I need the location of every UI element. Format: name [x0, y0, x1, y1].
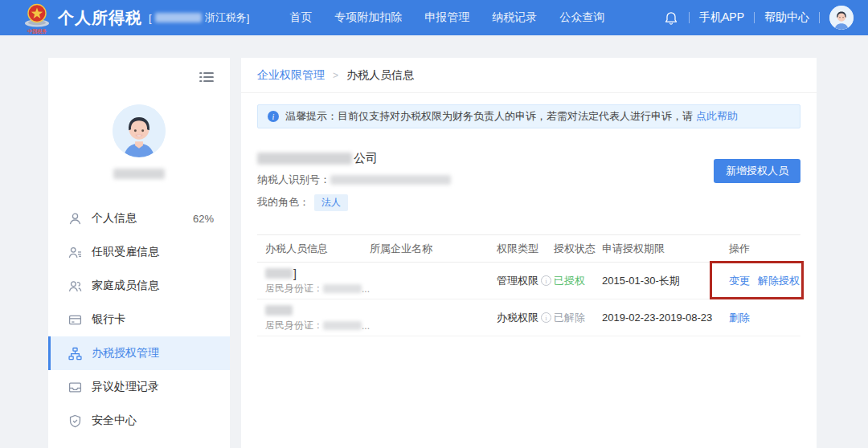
divider — [689, 12, 690, 23]
sidebar-item-personal-info[interactable]: 个人信息 62% — [48, 202, 230, 235]
permission-type-cell: 办税权限 i — [497, 311, 554, 325]
help-center-link[interactable]: 帮助中心 — [764, 10, 809, 25]
table-header-row: 办税人员信息 所属企业名称 权限类型 授权状态 申请授权期限 操作 — [257, 235, 800, 263]
person-name: ] — [265, 267, 370, 280]
col-auth-period: 申请授权期限 — [602, 242, 729, 256]
region-bracket-open: [ — [149, 12, 152, 24]
nav-tax-records[interactable]: 纳税记录 — [492, 10, 537, 25]
breadcrumb-enterprise-permission[interactable]: 企业权限管理 — [257, 68, 325, 83]
divider — [754, 12, 755, 23]
actions-cell: 删除 — [729, 311, 800, 325]
person-id-line: 居民身份证： ... — [265, 320, 370, 332]
permission-type: 办税权限 — [497, 311, 538, 325]
auth-period: 2019-02-23-2019-08-23 — [602, 312, 712, 324]
svg-text:中国税务: 中国税务 — [27, 28, 47, 35]
sidebar-item-label: 个人信息 — [92, 211, 137, 226]
app-title: 个人所得税 — [58, 7, 142, 29]
authorized-persons-table: 办税人员信息 所属企业名称 权限类型 授权状态 申请授权期限 操作 ] 居民身份… — [257, 234, 800, 336]
breadcrumb-current: 办税人员信息 — [346, 68, 414, 83]
nav-public-inquiry[interactable]: 公众查询 — [559, 10, 604, 25]
mobile-app-link[interactable]: 手机APP — [699, 10, 744, 25]
auth-period-cell: 2019-02-23-2019-08-23 — [602, 312, 729, 324]
top-navigation: 首页 专项附加扣除 申报管理 纳税记录 公众查询 — [289, 10, 604, 25]
sidebar-item-bank-card[interactable]: 银行卡 — [48, 303, 230, 336]
company-name-suffix: 公司 — [354, 151, 378, 166]
sidebar-item-label: 安全中心 — [92, 413, 137, 428]
person-name-suffix: ] — [293, 267, 297, 280]
region-name: 浙江税务 — [205, 10, 247, 25]
org-chart-icon — [68, 347, 82, 360]
top-header: 中国税务 个人所得税 [ 浙江税务 ] 首页 专项附加扣除 申报管理 纳税记录 … — [0, 0, 868, 35]
change-link[interactable]: 变更 — [729, 274, 750, 288]
nav-special-deductions[interactable]: 专项附加扣除 — [334, 10, 402, 25]
main-panel: 企业权限管理 > 办税人员信息 i 温馨提示：目前仅支持对办税权限为财务负责人的… — [241, 58, 817, 448]
permission-type: 管理权限 — [497, 274, 538, 288]
tax-emblem-icon: 中国税务 — [23, 2, 51, 35]
collapse-menu-icon[interactable] — [199, 71, 214, 83]
auth-period-cell: 2015-01-30-长期 — [602, 274, 729, 288]
col-permission-type: 权限类型 — [497, 242, 554, 256]
sidebar-item-label: 任职受雇信息 — [92, 245, 159, 259]
table-row: 居民身份证： ... 办税权限 i 已解除 2019-02-23-2019-08… — [257, 299, 800, 336]
info-circle-icon[interactable]: i — [541, 312, 551, 323]
id-label: 居民身份证： — [265, 282, 323, 295]
redacted-person-name — [265, 305, 293, 316]
info-circle-icon[interactable]: i — [541, 275, 551, 286]
redacted-profile-name — [113, 169, 165, 179]
sidebar-item-label: 异议处理记录 — [92, 380, 159, 394]
sidebar-item-employment-info[interactable]: 任职受雇信息 — [48, 235, 230, 269]
profile-sidebar: 个人信息 62% 任职受雇信息 家庭成员信息 银行卡 办税授权管理 — [48, 58, 230, 448]
my-role-line: 我的角色： 法人 — [257, 194, 800, 210]
redacted-region-prefix — [155, 13, 202, 22]
top-right-actions: 手机APP 帮助中心 — [663, 0, 854, 35]
inbox-icon — [68, 381, 82, 394]
person-icon — [68, 212, 82, 226]
col-person-info: 办税人员信息 — [257, 242, 370, 256]
user-avatar[interactable] — [829, 6, 854, 30]
notice-banner: i 温馨提示：目前仅支持对办税权限为财务负责人的申诉，若需对法定代表人进行申诉，… — [257, 104, 800, 128]
bank-card-icon — [68, 313, 82, 327]
region-bracket-close: ] — [247, 12, 250, 24]
sidebar-item-dispute-records[interactable]: 异议处理记录 — [48, 370, 230, 404]
table-row: ] 居民身份证： ... 管理权限 i 已授权 2015-01-30-长期 变 — [257, 263, 800, 299]
sidebar-item-family-members[interactable]: 家庭成员信息 — [48, 269, 230, 303]
redacted-id-number — [323, 284, 362, 293]
add-authorized-person-button[interactable]: 新增授权人员 — [714, 159, 800, 183]
col-actions: 操作 — [729, 242, 800, 256]
role-badge: 法人 — [314, 194, 348, 211]
person-list-icon — [68, 246, 82, 259]
auth-status-cell: 已授权 — [554, 274, 602, 288]
sidebar-item-label: 办税授权管理 — [92, 346, 159, 360]
redacted-person-name — [265, 268, 293, 279]
person-info-cell: ] 居民身份证： ... — [257, 267, 370, 295]
notification-bell-icon[interactable] — [663, 10, 679, 26]
profile-completeness: 62% — [193, 213, 214, 225]
notice-text: 温馨提示：目前仅支持对办税权限为财务负责人的申诉，若需对法定代表人进行申诉，请 — [285, 109, 693, 124]
auth-status-cell: 已解除 — [554, 311, 602, 325]
revoke-authorization-link[interactable]: 解除授权 — [758, 274, 800, 288]
permission-type-cell: 管理权限 i — [497, 274, 554, 288]
family-icon — [68, 279, 82, 293]
col-enterprise-name: 所属企业名称 — [370, 242, 497, 256]
col-auth-status: 授权状态 — [554, 242, 602, 256]
sidebar-item-label: 银行卡 — [92, 312, 125, 327]
nav-home[interactable]: 首页 — [289, 10, 312, 25]
person-name — [265, 304, 370, 317]
help-here-link[interactable]: 点此帮助 — [696, 109, 738, 124]
brand: 中国税务 个人所得税 [ 浙江税务 ] — [23, 1, 249, 35]
redacted-company-name — [257, 153, 352, 165]
person-info-cell: 居民身份证： ... — [257, 304, 370, 332]
shield-check-icon — [68, 414, 82, 428]
info-icon: i — [268, 111, 279, 122]
status-revoked: 已解除 — [554, 312, 585, 324]
person-id-line: 居民身份证： ... — [265, 283, 370, 295]
redacted-id-number — [323, 321, 362, 330]
sidebar-menu: 个人信息 62% 任职受雇信息 家庭成员信息 银行卡 办税授权管理 — [48, 202, 230, 438]
sidebar-item-security-center[interactable]: 安全中心 — [48, 404, 230, 438]
nav-declaration-management[interactable]: 申报管理 — [424, 10, 469, 25]
breadcrumb-separator: > — [333, 70, 338, 81]
delete-link[interactable]: 删除 — [729, 311, 750, 325]
sidebar-item-tax-authorization[interactable]: 办税授权管理 — [48, 336, 230, 370]
sidebar-item-label: 家庭成员信息 — [92, 279, 159, 293]
profile-avatar — [113, 104, 166, 157]
